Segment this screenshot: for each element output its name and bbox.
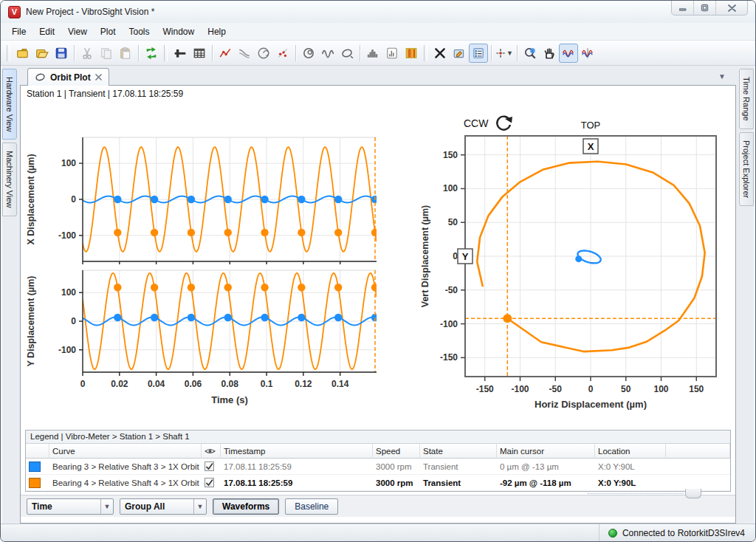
- paste-button[interactable]: [116, 44, 135, 63]
- titlebar: V New Project - VibroSight Vision *: [1, 1, 755, 23]
- side-tab-machinery-view[interactable]: Machinery View: [2, 143, 17, 216]
- open-project-icon: [35, 47, 49, 60]
- baseline-button[interactable]: Baseline: [285, 498, 338, 515]
- toolbar-separator: [74, 45, 75, 61]
- legend-col-timestamp[interactable]: Timestamp: [221, 444, 373, 459]
- side-tab-hardware-view[interactable]: Hardware View: [2, 69, 17, 140]
- y-waveform-chart[interactable]: -100010000.020.040.060.080.10.120.14Time…: [22, 267, 399, 414]
- restore-button[interactable]: [694, 1, 716, 15]
- orbit-chart[interactable]: -150-100-50050100150-150-100-50050100150…: [418, 106, 735, 419]
- save-project-button[interactable]: [52, 44, 71, 63]
- svg-text:150: 150: [689, 384, 704, 394]
- tab-orbit-plot[interactable]: Orbit Plot: [27, 68, 109, 86]
- delete-button[interactable]: [430, 44, 450, 63]
- splitter-handle[interactable]: [685, 489, 701, 498]
- legend-col-main-cursor[interactable]: Main cursor: [497, 444, 595, 459]
- time-mode-dropdown[interactable]: Time ▼: [27, 498, 114, 515]
- bode-plot-icon: [238, 47, 251, 60]
- app-icon: V: [8, 6, 21, 18]
- time-mode-value: Time: [27, 501, 100, 512]
- new-document-button[interactable]: [13, 44, 32, 63]
- visibility-checkbox[interactable]: [205, 478, 214, 487]
- histogram-plot-button[interactable]: [363, 44, 382, 63]
- waterfall-plot-button[interactable]: [402, 44, 421, 63]
- copy-button[interactable]: [97, 44, 116, 63]
- legend-table: CurveTimestampSpeedStateMain cursorLocat…: [26, 444, 730, 491]
- polar-plot-button[interactable]: [254, 44, 273, 63]
- menu-help[interactable]: Help: [201, 24, 233, 39]
- toolbar-separator: [360, 45, 360, 61]
- bode-plot-button[interactable]: [235, 44, 254, 63]
- orbit-single-button[interactable]: [337, 44, 357, 63]
- legend-col-speed[interactable]: Speed: [373, 444, 420, 459]
- waveform-plot-icon: [321, 47, 334, 60]
- cursor-mode-button[interactable]: ▼: [495, 44, 514, 63]
- time-mode-dropdown-arrow-icon[interactable]: ▼: [100, 499, 113, 514]
- orbit-plot-button[interactable]: [299, 44, 318, 63]
- tab-list-dropdown-icon[interactable]: ▼: [718, 72, 726, 80]
- cursor-mode-dropdown-arrow-icon[interactable]: ▼: [506, 49, 513, 57]
- tab-close-icon[interactable]: [95, 74, 102, 80]
- group-mode-value: Group All: [120, 501, 193, 512]
- svg-text:150: 150: [443, 150, 458, 160]
- eye-icon: [205, 447, 216, 455]
- toolbar-grip[interactable]: [7, 45, 10, 61]
- uncompensated-waveform-button[interactable]: [578, 44, 597, 63]
- curve-swatch-cell: [26, 459, 49, 475]
- pan-mode-icon: [543, 47, 556, 60]
- close-button[interactable]: [716, 1, 747, 15]
- menu-window[interactable]: Window: [157, 24, 202, 39]
- scatter-plot-button[interactable]: [273, 44, 292, 63]
- waterfall-plot-icon: [405, 47, 418, 60]
- scatter-plot-icon: [276, 47, 289, 60]
- minimize-button[interactable]: [672, 1, 694, 15]
- legend-toggle-button[interactable]: [469, 44, 488, 63]
- waveform-plot-button[interactable]: [318, 44, 337, 63]
- svg-text:X: X: [588, 141, 594, 152]
- svg-text:0.02: 0.02: [111, 379, 128, 389]
- data-table-button[interactable]: [190, 44, 209, 63]
- x-waveform-chart[interactable]: -1000100X Displacement (µm): [22, 130, 399, 264]
- machine-train-button[interactable]: [171, 44, 190, 63]
- properties-button[interactable]: [450, 44, 469, 63]
- waveforms-button[interactable]: Waveforms: [213, 498, 279, 515]
- toolbar-grip[interactable]: [164, 45, 168, 61]
- toolbar-grip[interactable]: [424, 45, 427, 61]
- menu-file[interactable]: File: [5, 24, 32, 39]
- svg-text:0.1: 0.1: [261, 379, 273, 389]
- window-title: New Project - VibroSight Vision *: [26, 7, 154, 17]
- legend-col-filler: [666, 444, 730, 459]
- legend-row-2[interactable]: Bearing 4 > Relative Shaft 4 > 1X Orbit1…: [26, 475, 730, 491]
- group-mode-dropdown[interactable]: Group All ▼: [120, 498, 207, 515]
- legend-col-swatch[interactable]: [26, 444, 49, 459]
- svg-text:0.12: 0.12: [295, 379, 312, 389]
- histogram-plot-icon: [366, 47, 379, 60]
- svg-text:-150: -150: [476, 384, 494, 394]
- menu-tools[interactable]: Tools: [123, 24, 157, 39]
- group-mode-dropdown-arrow-icon[interactable]: ▼: [193, 499, 206, 514]
- synchronize-button[interactable]: [142, 44, 161, 63]
- side-tab-time-range[interactable]: Time Range: [739, 69, 754, 129]
- legend-col-location[interactable]: Location: [595, 444, 666, 459]
- side-tab-project-explorer[interactable]: Project Explorer: [739, 132, 754, 206]
- toolbar: ▼: [1, 41, 755, 66]
- open-project-button[interactable]: [32, 44, 52, 63]
- svg-text:0.06: 0.06: [185, 379, 202, 389]
- trend-plot-button[interactable]: [216, 44, 235, 63]
- legend-col-visibility[interactable]: [202, 444, 221, 459]
- menu-edit[interactable]: Edit: [32, 24, 61, 39]
- legend-row-1[interactable]: Bearing 3 > Relative Shaft 3 > 1X Orbit1…: [26, 459, 730, 475]
- menu-view[interactable]: View: [61, 24, 94, 39]
- cut-button[interactable]: [78, 44, 97, 63]
- legend-col-curve[interactable]: Curve: [49, 444, 202, 459]
- legend-col-state[interactable]: State: [420, 444, 497, 459]
- tab-bar: Orbit Plot ▼: [20, 66, 736, 85]
- menubar: FileEditViewPlotToolsWindowHelp: [1, 23, 755, 41]
- spectrum-plot-button[interactable]: [382, 44, 402, 63]
- zoom-mode-button[interactable]: [520, 44, 540, 63]
- visibility-checkbox[interactable]: [205, 462, 214, 471]
- legend-panel: Legend | Vibro-Meter > Station 1 > Shaft…: [25, 430, 731, 492]
- menu-plot[interactable]: Plot: [94, 24, 123, 39]
- compensated-waveform-button[interactable]: [559, 44, 578, 63]
- pan-mode-button[interactable]: [540, 44, 559, 63]
